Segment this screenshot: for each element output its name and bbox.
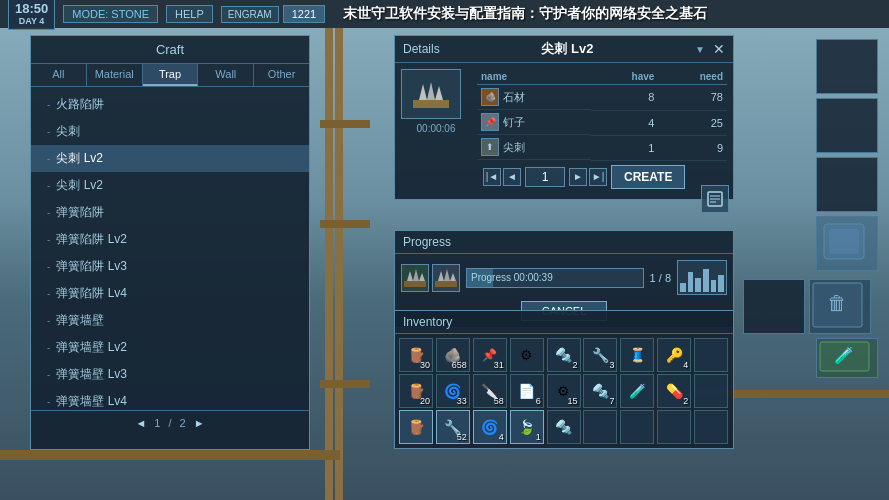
next-page-button[interactable]: ► [194,417,205,429]
table-row: 📌 钉子 4 25 [477,110,727,135]
close-button[interactable]: ✕ [713,41,725,57]
equip-slot-0[interactable] [816,39,878,94]
tab-wall[interactable]: Wall [198,64,254,86]
qty-first-button[interactable]: |◄ [483,168,501,186]
inv-slot-21[interactable]: 🍃 1 [510,410,544,444]
inv-slot-count: 1 [536,432,541,442]
inventory-header: Inventory [395,311,733,334]
inv-slot-23[interactable] [583,410,617,444]
bullet-icon: - [47,180,50,191]
top-bar: 18:50 DAY 4 MODE: STONE HELP ENGRAM 1221… [0,0,889,28]
inv-slot-7[interactable]: 🔑 4 [657,338,691,372]
inv-slot-5[interactable]: 🔧 3 [583,338,617,372]
svg-rect-13 [829,229,859,254]
inv-slot-1[interactable]: 🪨 658 [436,338,470,372]
mode-badge: MODE: STONE [63,5,158,23]
bullet-icon: - [47,261,50,272]
inv-slot-15[interactable]: 🧪 [620,374,654,408]
tab-other[interactable]: Other [254,64,309,86]
inv-slot-11[interactable]: 🔪 58 [473,374,507,408]
inv-slot-24[interactable] [620,410,654,444]
quantity-input[interactable] [525,167,565,187]
inv-slot-17[interactable] [694,374,728,408]
inv-slot-8[interactable] [694,338,728,372]
list-item[interactable]: - 弹簧墙壁 Lv3 [31,361,309,388]
mat-have-0: 8 [591,85,658,111]
inv-slot-6[interactable]: 🧵 [620,338,654,372]
craft-nav: ◄ 1 / 2 ► [31,410,309,435]
svg-text:🧪: 🧪 [834,346,854,365]
svg-marker-5 [407,271,413,281]
equip-slot-2[interactable] [816,157,878,212]
chart-bar-1 [688,272,694,292]
list-item[interactable]: - 火路陷阱 [31,91,309,118]
inv-slot-2[interactable]: 📌 31 [473,338,507,372]
list-item[interactable]: - 弹簧陷阱 Lv2 [31,226,309,253]
bullet-icon: - [47,126,50,137]
inv-slot-26[interactable] [694,410,728,444]
tab-all[interactable]: All [31,64,87,86]
page-title: 末世守卫软件安装与配置指南：守护者你的网络安全之基石 [343,5,707,23]
list-item[interactable]: - 弹簧陷阱 [31,199,309,226]
quantity-nav-next: ► ►| [569,168,607,186]
svg-rect-4 [404,281,426,287]
svg-text:🗑: 🗑 [827,292,847,314]
craft-panel: Craft All Material Trap Wall Other - 火路陷… [30,35,310,450]
materials-area: name have need 🪨 石材 8 78 [477,69,727,193]
qty-last-button[interactable]: ►| [589,168,607,186]
inv-slot-count: 4 [683,360,688,370]
equip-slot-1[interactable] [816,98,878,153]
equip-slot-6[interactable]: 🧪 [816,338,878,378]
list-item[interactable]: - 弹簧墙壁 [31,307,309,334]
inv-slot-10[interactable]: 🌀 33 [436,374,470,408]
qty-next-button[interactable]: ► [569,168,587,186]
bullet-icon: - [47,369,50,380]
svg-marker-1 [419,84,427,100]
list-item[interactable]: - 弹簧墙壁 Lv2 [31,334,309,361]
help-button[interactable]: HELP [166,5,213,23]
tab-trap[interactable]: Trap [143,64,199,86]
svg-marker-9 [438,271,444,281]
equip-slot-5[interactable]: 🗑 [809,279,871,334]
inv-slot-9[interactable]: 🪵 20 [399,374,433,408]
details-label: Details [403,42,440,56]
tab-material[interactable]: Material [87,64,143,86]
prev-page-button[interactable]: ◄ [135,417,146,429]
inv-slot-count: 58 [494,396,504,406]
list-item[interactable]: - 弹簧陷阱 Lv3 [31,253,309,280]
inv-slot-count: 2 [573,360,578,370]
chart-bar-5 [718,275,724,292]
list-item[interactable]: - 尖刺 Lv2 [31,145,309,172]
mat-have-2: 1 [591,135,658,160]
inv-slot-20[interactable]: 🌀 4 [473,410,507,444]
scaffold-decoration [335,28,343,500]
scaffold-decoration [320,120,370,128]
list-item[interactable]: - 弹簧陷阱 Lv4 [31,280,309,307]
inv-slot-12[interactable]: 📄 6 [510,374,544,408]
mat-name-1: 📌 钉子 [477,110,591,135]
inv-slot-19[interactable]: 🔧 52 [436,410,470,444]
inv-slot-3[interactable]: ⚙ [510,338,544,372]
inv-slot-25[interactable] [657,410,691,444]
page-number: 1 [154,417,160,429]
create-button[interactable]: CREATE [611,165,685,189]
list-item[interactable]: - 弹簧墙壁 Lv4 [31,388,309,410]
inv-slot-13[interactable]: ⚙ 15 [547,374,581,408]
bullet-icon: - [47,288,50,299]
inv-slot-16[interactable]: 💊 2 [657,374,691,408]
equip-slot-3[interactable] [816,216,878,271]
equip-slot-4[interactable] [743,279,805,334]
inv-slot-0[interactable]: 🪵 30 [399,338,433,372]
qty-prev-button[interactable]: ◄ [503,168,521,186]
col-need: need [658,69,727,85]
progress-bar: Progress 00:00:39 [466,268,644,288]
inv-item-icon: ⚙ [515,343,539,367]
inv-slot-4[interactable]: 🔩 2 [547,338,581,372]
inv-item-icon: 🪵 [404,415,428,439]
list-item[interactable]: - 尖刺 Lv2 [31,172,309,199]
note-icon[interactable] [701,185,729,213]
inv-slot-14[interactable]: 🔩 7 [583,374,617,408]
list-item[interactable]: - 尖刺 [31,118,309,145]
inv-slot-18[interactable]: 🪵 [399,410,433,444]
inv-slot-22[interactable]: 🔩 [547,410,581,444]
